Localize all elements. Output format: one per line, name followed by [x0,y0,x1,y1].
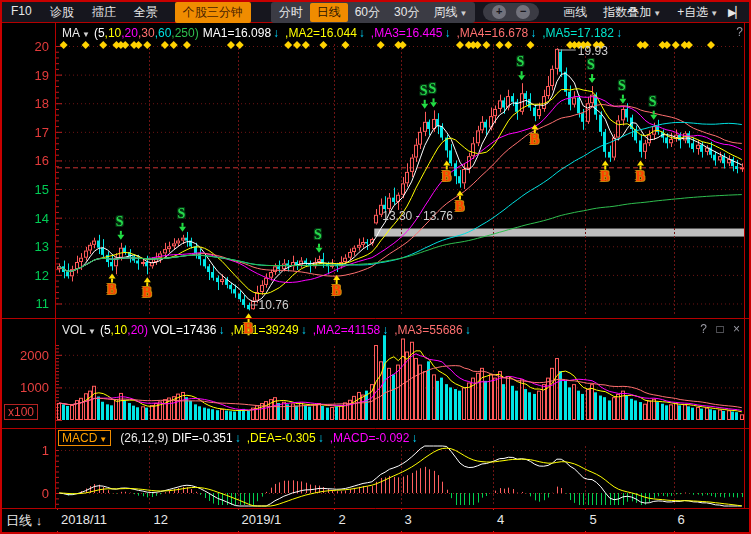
indicator-value: MA1=16.098 [203,26,271,40]
chevron-down-icon: ▼ [82,30,90,39]
tab-分时[interactable]: 分时 [272,3,310,22]
chevron-down-icon: ▼ [459,9,467,18]
month-label-5: 5 [589,512,596,527]
sell-marker-label: S [420,84,428,98]
volume-axis-label: 2000 [3,348,49,363]
tab-日线[interactable]: 日线 [310,3,348,22]
chart-canvas[interactable] [0,0,751,534]
buy-marker-label: B [142,286,151,300]
down-arrow-icon: ↓ [218,323,224,337]
indicator-value: ,MA3=55686 [394,323,462,337]
down-arrow-icon: ↓ [465,323,471,337]
sell-marker-label: S [618,79,626,93]
menu-item-全景[interactable]: 全景 [134,4,158,21]
down-arrow-icon: ↓ [359,26,365,40]
index-overlay-label: 指数叠加 [603,5,651,19]
indicator-value: ,MA4=16.678 [457,26,529,40]
help-icon[interactable]: ? [700,322,710,336]
chevron-down-icon: ▼ [99,435,107,444]
param-segment: ,60 [155,26,172,40]
sell-marker-label: S [116,215,124,229]
param-segment: ,30 [138,26,155,40]
param-segment: (5 [94,26,105,40]
month-label-6: 6 [678,512,685,527]
down-arrow-icon: ↓ [382,323,388,337]
buy-marker-label: B [636,170,645,184]
time-axis: 日线 ↓ 2018/11122019/123456 [2,510,749,531]
macd-axis-label: 0 [3,486,49,501]
indicator-value: ,MA2=41158 [313,323,381,337]
zoom-out-button[interactable]: − [516,5,530,19]
tab-60分[interactable]: 60分 [348,3,387,22]
price-axis-label: 17 [3,125,49,140]
period-selector[interactable]: 日线 ↓ [6,512,42,530]
indicator-name: MA [62,26,80,40]
draw-line-button[interactable]: 画线 [563,4,587,21]
param-segment: (5 [100,323,111,337]
gap-range-annotation: 13.30 - 13.76 [382,209,453,223]
ma-indicator-header: MA▼(5,10,20,30,60,250)MA1=16.098↓,MA2=16… [62,25,624,41]
price-axis-label: 18 [3,96,49,111]
indicator-value: DIF=-0.351 [172,431,232,445]
ma-label[interactable]: MA▼ [62,26,90,40]
price-axis-label: 15 [3,182,49,197]
collapse-panel-icon[interactable]: ▶▏ [728,6,743,19]
stock-3min-button[interactable]: 个股三分钟 [175,2,251,23]
indicator-value: ,MA1=39249 [230,323,298,337]
sell-marker-label: S [314,228,322,242]
indicator-value: ,MA5=17.182 [542,26,614,40]
macd-indicator-header: MACD▼(26,12,9)DIF=-0.351↓,DEA=-0.305↓,MA… [58,430,419,446]
down-arrow-icon: ↓ [301,323,307,337]
menu-item-擂庄[interactable]: 擂庄 [92,4,116,21]
close-icon[interactable]: × [733,322,743,336]
tab-30分[interactable]: 30分 [387,3,426,22]
param-segment: ,20 [121,26,138,40]
down-arrow-icon: ↓ [616,26,622,40]
indicator-params: (5,10,20) [100,323,148,337]
month-label-2018/11: 2018/11 [61,512,107,527]
menu-item-F10[interactable]: F10 [11,4,32,21]
vol-label[interactable]: VOL▼ [62,323,96,337]
indicator-value: ,MACD=-0.092 [330,431,410,445]
macd-axis-label: 1 [3,443,49,458]
toolbar: F10诊股擂庄全景 个股三分钟 分时日线60分30分周线▼ +− 画线 指数叠加… [2,2,749,22]
buy-marker-label: B [530,133,539,147]
down-arrow-icon: ↓ [318,431,324,445]
add-watchlist-dropdown[interactable]: +自选▼ [677,4,718,21]
price-axis-label: 14 [3,211,49,226]
buy-marker-label: B [332,284,341,298]
add-watchlist-label: +自选 [677,5,708,19]
indicator-value: ,DEA=-0.305 [247,431,316,445]
month-label-2019/1: 2019/1 [242,512,282,527]
sell-marker-label: S [178,207,186,221]
menu-item-诊股[interactable]: 诊股 [50,4,74,21]
volume-indicator-header: VOL▼(5,10,20)VOL=17436↓,MA1=39249↓,MA2=4… [62,322,473,338]
maximize-icon[interactable]: □ [716,322,726,336]
param-segment: (26,12,9) [120,431,168,445]
sell-marker-label: S [517,55,525,69]
down-arrow-icon: ↓ [530,26,536,40]
buy-marker-label: B [107,283,116,297]
price-axis-label: 12 [3,268,49,283]
low-price-annotation: 10.76 [259,298,289,312]
down-arrow-icon: ↓ [411,431,417,445]
indicator-name: VOL [62,323,86,337]
volume-unit-label: x100 [4,404,38,420]
indicator-name: MACD [62,431,97,445]
chevron-down-icon: ▼ [88,327,96,336]
tab-周线[interactable]: 周线▼ [426,3,474,22]
index-overlay-dropdown[interactable]: 指数叠加▼ [603,4,661,21]
macd-label[interactable]: MACD▼ [58,430,111,446]
indicator-value: ,MA2=16.044 [285,26,357,40]
price-axis-label: 20 [3,39,49,54]
toolbar-menu: F10诊股擂庄全景 [2,4,167,21]
zoom-in-button[interactable]: + [492,5,506,19]
indicator-value: VOL=17436 [152,323,216,337]
chevron-down-icon: ▼ [653,9,661,18]
period-label: 日线 [6,513,32,528]
help-icon[interactable]: ? [736,25,743,39]
down-arrow-icon: ↓ [445,26,451,40]
peak-price-annotation: 19.93 [578,44,608,58]
param-segment: ,10 [105,26,122,40]
param-segment: ,10 [111,323,128,337]
